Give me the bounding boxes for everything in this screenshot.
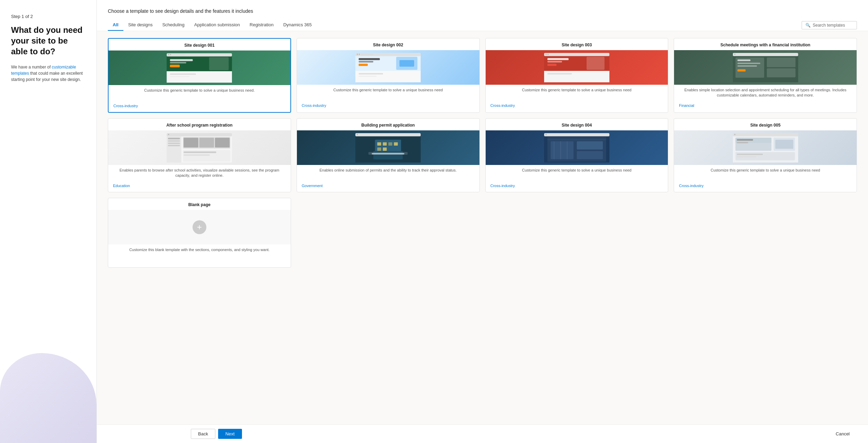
svg-rect-99 [775, 139, 793, 148]
svg-rect-87 [554, 141, 554, 159]
svg-rect-72 [389, 142, 392, 145]
svg-rect-23 [400, 60, 414, 66]
svg-rect-11 [170, 73, 196, 75]
back-button[interactable]: Back [191, 429, 215, 439]
card-image [297, 130, 479, 165]
svg-rect-35 [587, 57, 605, 70]
card-tag: Financial [674, 101, 857, 112]
decorative-bg [0, 353, 96, 443]
svg-rect-43 [767, 57, 795, 67]
svg-rect-8 [170, 65, 180, 67]
card-image [674, 50, 857, 85]
search-box[interactable]: 🔍 Search templates [802, 21, 857, 29]
svg-rect-48 [737, 69, 746, 72]
card-image: + [108, 210, 291, 244]
svg-rect-30 [547, 53, 549, 55]
svg-rect-71 [383, 142, 387, 145]
svg-rect-77 [372, 153, 404, 154]
svg-rect-96 [737, 139, 753, 141]
tab-application-submission[interactable]: Application submission [189, 19, 245, 31]
svg-rect-58 [184, 138, 199, 147]
svg-rect-25 [359, 73, 383, 74]
description: We have a number of customizable templat… [11, 64, 85, 83]
template-card-site-design-002[interactable]: Site design 002 [297, 38, 480, 113]
tab-dynamics-365[interactable]: Dynamics 365 [278, 19, 316, 31]
svg-rect-73 [394, 142, 398, 145]
right-panel: Choose a template to see design details … [97, 0, 868, 443]
card-tag: Cross-industry [486, 101, 668, 112]
svg-rect-54 [168, 140, 180, 141]
svg-rect-80 [545, 133, 547, 135]
card-tag: Cross-industry [109, 102, 290, 112]
template-card-site-design-001[interactable]: Site design 001 [108, 38, 291, 113]
svg-rect-88 [560, 141, 561, 159]
svg-rect-100 [735, 152, 795, 160]
svg-rect-33 [547, 61, 562, 62]
template-card-blank-page[interactable]: Blank page + Customize this blank templa… [108, 198, 291, 268]
panel-heading: Choose a template to see design details … [108, 8, 857, 14]
card-description: Customize this generic template to solve… [674, 165, 857, 182]
card-image [486, 130, 668, 165]
card-image [297, 50, 479, 85]
card-title: Site design 003 [486, 38, 668, 50]
card-description: Enables simple location selection and ap… [674, 85, 857, 101]
svg-rect-37 [547, 73, 572, 74]
card-image [109, 50, 290, 85]
svg-rect-79 [544, 133, 609, 136]
card-description: Customize this blank template with the s… [108, 244, 291, 261]
card-tag: Cross-industry [486, 182, 668, 192]
svg-rect-66 [357, 133, 358, 135]
svg-rect-40 [734, 53, 735, 55]
tab-list: All Site designs Scheduling Application … [108, 19, 317, 31]
tab-registration[interactable]: Registration [245, 19, 278, 31]
card-tag [108, 261, 291, 267]
card-description: Customize this generic template to solve… [297, 85, 479, 101]
card-title: Site design 002 [297, 38, 479, 50]
template-card-building-permit[interactable]: Building permit application [297, 118, 480, 192]
svg-rect-97 [737, 142, 748, 143]
svg-rect-12 [170, 76, 190, 77]
next-button[interactable]: Next [218, 429, 242, 439]
svg-rect-85 [577, 141, 603, 149]
svg-rect-51 [168, 133, 169, 135]
template-card-site-design-003[interactable]: Site design 003 [485, 38, 669, 113]
add-icon: + [193, 220, 206, 234]
svg-rect-45 [737, 59, 750, 61]
svg-rect-16 [359, 53, 360, 55]
template-grid-container: Site design 001 [97, 31, 868, 424]
template-card-after-school[interactable]: After school program registration [108, 118, 291, 192]
left-panel: Step 1 of 2 What do you need your site t… [0, 0, 97, 443]
footer: Back Next Cancel [97, 424, 868, 443]
svg-rect-2 [168, 54, 169, 55]
svg-rect-6 [170, 59, 193, 61]
tab-all[interactable]: All [108, 19, 123, 31]
tab-site-designs[interactable]: Site designs [123, 19, 158, 31]
cancel-button[interactable]: Cancel [829, 429, 857, 439]
svg-rect-3 [170, 54, 171, 55]
tab-scheduling[interactable]: Scheduling [157, 19, 189, 31]
svg-rect-17 [361, 53, 374, 55]
card-title: After school program registration [108, 119, 291, 130]
card-image [674, 130, 857, 165]
template-card-site-design-005[interactable]: Site design 005 [674, 118, 857, 192]
svg-rect-53 [168, 138, 180, 139]
svg-rect-102 [737, 156, 756, 157]
template-card-schedule-meetings[interactable]: Schedule meetings with a financial insti… [674, 38, 857, 113]
svg-rect-9 [209, 57, 229, 70]
template-card-site-design-004[interactable]: Site design 004 [485, 118, 669, 192]
svg-rect-70 [377, 142, 381, 145]
template-grid: Site design 001 [108, 38, 857, 268]
card-image [486, 50, 668, 85]
svg-rect-32 [547, 58, 568, 60]
svg-rect-44 [767, 68, 795, 77]
panel-header: Choose a template to see design details … [97, 0, 868, 31]
svg-rect-36 [544, 71, 609, 82]
svg-rect-7 [170, 62, 186, 63]
svg-rect-29 [545, 53, 547, 55]
card-description: Customize this generic template to solve… [486, 165, 668, 182]
svg-rect-20 [359, 61, 374, 62]
svg-rect-60 [215, 138, 230, 147]
card-description: Enables parents to browse after school a… [108, 165, 291, 182]
svg-rect-34 [547, 64, 556, 66]
svg-rect-55 [168, 142, 180, 144]
